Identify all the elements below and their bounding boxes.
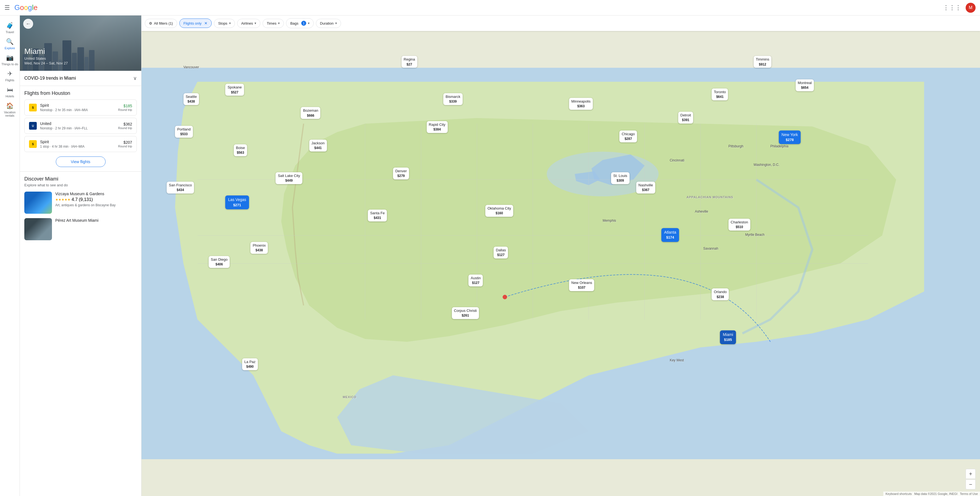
hotels-icon: 🛏: [7, 86, 13, 93]
city-label-austin[interactable]: Austin$127: [468, 274, 483, 286]
airline-name-1: Spirit: [40, 103, 115, 108]
apps-icon[interactable]: ⋮⋮⋮: [943, 4, 961, 11]
svg-point-13: [503, 295, 507, 299]
flights-only-button[interactable]: Flights only ✕: [179, 19, 212, 28]
city-label-chicago[interactable]: Chicago$287: [619, 131, 637, 142]
city-label-minneapolis[interactable]: Minneapolis$363: [569, 98, 593, 110]
city-label-boise[interactable]: Boise$563: [234, 144, 247, 156]
city-label-bozeman[interactable]: Bozeman$666: [301, 107, 320, 119]
sidebar: 🧳 Travel 🔍 Explore 📷 Things to do ✈ Flig…: [0, 0, 20, 496]
city-label-toronto[interactable]: Toronto$641: [712, 88, 728, 100]
flight-card-3[interactable]: S Spirit 1 stop · 4 hr 38 min · IAH–MIA …: [24, 136, 137, 152]
map-area: ⚙ All filters (1) Flights only ✕ Stops ▾…: [142, 16, 980, 496]
place-thumb-perez: [24, 218, 52, 240]
topbar: ☰ Google ⋮⋮⋮ M: [0, 0, 980, 16]
zoom-in-button[interactable]: +: [966, 469, 975, 479]
united-logo: U: [29, 122, 37, 130]
chevron-down-icon: ▾: [308, 21, 310, 25]
all-filters-button[interactable]: ⚙ All filters (1): [145, 19, 177, 28]
camera-icon: 📷: [6, 54, 14, 61]
city-label-timmins[interactable]: Timmins$912: [754, 56, 772, 68]
duration-button[interactable]: Duration ▾: [316, 19, 341, 28]
flight-card-1[interactable]: S Spirit Nonstop · 2 hr 35 min · IAH–MIA…: [24, 99, 137, 116]
city-label-spokane[interactable]: Spokane$527: [225, 84, 244, 96]
city-label-jackson[interactable]: Jackson$441: [309, 140, 327, 152]
city-label-portland[interactable]: Portland$533: [175, 126, 192, 138]
map-background: Seattle$438Spokane$527Portland$533Boise$…: [142, 31, 980, 496]
covid-section[interactable]: COVID-19 trends in Miami ∨: [20, 71, 141, 86]
chevron-down-icon: ▾: [229, 21, 231, 25]
city-label-nashville[interactable]: Nashville$367: [636, 182, 655, 193]
city-label-denver[interactable]: Denver$279: [393, 167, 409, 179]
times-button[interactable]: Times ▾: [262, 19, 284, 28]
back-button[interactable]: ←: [23, 19, 33, 29]
city-label-atlanta[interactable]: Atlanta$174: [661, 228, 679, 242]
city-label-corpus-christi[interactable]: Corpus Christi$261: [452, 307, 479, 319]
sidebar-item-explore[interactable]: 🔍 Explore: [0, 36, 20, 52]
place-card-perez[interactable]: Pérez Art Museum Miami: [24, 218, 137, 240]
city-label-regina[interactable]: Regina$27: [402, 56, 417, 68]
zoom-out-button[interactable]: −: [966, 479, 975, 490]
close-icon[interactable]: ✕: [204, 21, 208, 26]
map-data: Map data ©2021 Google, INEGI: [914, 492, 957, 496]
city-label-charleston[interactable]: Charleston$510: [729, 219, 750, 231]
airlines-button[interactable]: Airlines ▾: [237, 19, 261, 28]
avatar[interactable]: M: [966, 3, 975, 13]
city-label-salt-lake-city[interactable]: Salt Lake City$449: [275, 172, 302, 184]
flight-details-2: Nonstop · 2 hr 29 min · IAH–FLL: [40, 126, 115, 130]
filter-icon: ⚙: [149, 21, 152, 26]
sidebar-item-label: Travel: [6, 30, 14, 34]
bags-button[interactable]: Bags 1 ▾: [286, 18, 314, 28]
city-label-phoenix[interactable]: Phoenix$438: [250, 242, 268, 254]
city-label-santa-fe[interactable]: Santa Fe$431: [368, 210, 387, 222]
city-label-bismarck[interactable]: Bismarck$339: [443, 93, 462, 105]
city-label-oklahoma-city[interactable]: Oklahoma City$160: [485, 205, 513, 217]
destination-name: Miami: [24, 47, 68, 56]
place-name-vizcaya: Vizcaya Museum & Gardens: [55, 191, 137, 196]
city-label-new-orleans[interactable]: New Orleans$107: [569, 279, 594, 291]
place-card-vizcaya[interactable]: Vizcaya Museum & Gardens ★★★★★ 4.7 (9,13…: [24, 191, 137, 214]
vacation-icon: 🏠: [6, 102, 14, 110]
city-label-rapid-city[interactable]: Rapid City$384: [427, 121, 448, 133]
flight-info-3: Spirit 1 stop · 4 hr 38 min · IAH–MIA: [40, 140, 115, 148]
flight-card-2[interactable]: U United Nonstop · 2 hr 29 min · IAH–FLL…: [24, 118, 137, 134]
filter-bar: ⚙ All filters (1) Flights only ✕ Stops ▾…: [142, 16, 980, 31]
terms-link[interactable]: Terms of Use: [960, 492, 978, 496]
flight-info-1: Spirit Nonstop · 2 hr 35 min · IAH–MIA: [40, 103, 115, 112]
city-label-san-diego[interactable]: San Diego$406: [208, 256, 230, 268]
city-label-miami[interactable]: Miami$185: [720, 330, 736, 344]
city-label-new-york[interactable]: New York$278: [779, 131, 801, 144]
discover-subtitle: Explore what to see and do: [24, 183, 137, 187]
city-label-orlando[interactable]: Orlando$238: [712, 289, 729, 300]
price-type-3: Round trip: [118, 145, 132, 148]
sidebar-item-things-to-do[interactable]: 📷 Things to do: [0, 52, 20, 68]
price-amount-2: $362: [118, 122, 132, 126]
sidebar-item-flights[interactable]: ✈ Flights: [0, 68, 20, 84]
sidebar-item-label: Things to do: [2, 62, 18, 66]
city-label-las-vegas[interactable]: Las Vegas$271: [225, 196, 249, 209]
city-label-seattle[interactable]: Seattle$438: [183, 93, 199, 105]
flight-price-1: $185 Round trip: [118, 104, 132, 112]
map-svg: [142, 31, 980, 496]
city-label-la-paz[interactable]: La Paz$490: [242, 358, 258, 370]
city-label-st.-louis[interactable]: St. Louis$309: [611, 172, 630, 184]
all-filters-label: All filters (1): [154, 21, 173, 26]
keyboard-shortcuts[interactable]: Keyboard shortcuts: [886, 492, 912, 496]
duration-label: Duration: [320, 21, 334, 26]
stars-icon: ★★★★★: [55, 198, 70, 201]
airline-name-2: United: [40, 121, 115, 126]
sidebar-item-vacation[interactable]: 🏠 Vacation rentals: [0, 100, 20, 120]
stops-button[interactable]: Stops ▾: [214, 19, 235, 28]
city-label-detroit[interactable]: Detroit$391: [678, 112, 693, 124]
stops-label: Stops: [218, 21, 227, 26]
city-label-montreal[interactable]: Montreal$654: [795, 79, 814, 91]
flight-price-3: $207 Round trip: [118, 140, 132, 148]
sidebar-item-travel[interactable]: 🧳 Travel: [0, 20, 20, 36]
city-label-dallas[interactable]: Dallas$127: [493, 247, 508, 258]
menu-icon[interactable]: ☰: [5, 4, 10, 11]
sidebar-item-hotels[interactable]: 🛏 Hotels: [0, 84, 20, 100]
flight-details-3: 1 stop · 4 hr 38 min · IAH–MIA: [40, 145, 115, 148]
hero-image: ← Miami United States Wed, Nov 24 – Sat,…: [20, 16, 141, 71]
view-flights-button[interactable]: View flights: [56, 156, 106, 167]
city-label-san-francisco[interactable]: San Francisco$434: [167, 182, 194, 193]
